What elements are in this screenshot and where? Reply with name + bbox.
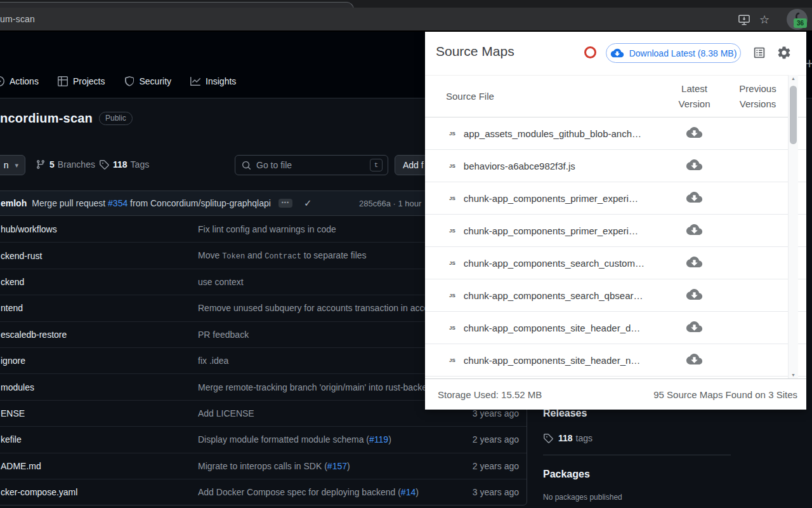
play-circle-icon [0,76,4,86]
file-row: kefileDisplay module formatted module sc… [0,426,527,452]
message-text: Migrate to interops calls in SDK ( [198,461,327,471]
tags-link[interactable]: 118 Tags [99,159,149,170]
tab-projects[interactable]: Projects [58,72,105,91]
screen: + Actions Projects Security Insights [0,0,812,508]
issue-link[interactable]: #157 [327,461,347,471]
commit-author[interactable]: emloh [1,198,27,208]
file-name[interactable]: modules [1,382,198,392]
tab-actions-label: Actions [10,76,39,86]
commit-message[interactable]: Fix lint config and warnings in code [198,224,453,234]
install-app-icon[interactable] [738,14,750,28]
tags-summary-link[interactable]: 118 tags [543,433,731,443]
go-to-file-input[interactable] [256,160,370,170]
issue-link[interactable]: #14 [401,487,416,497]
js-file-icon: JS [449,325,455,331]
source-file-cell: JSchunk-app_components_site_header_d… [425,323,661,333]
scrollbar-up-arrow[interactable]: ▲ [789,76,798,81]
branch-selector-button[interactable]: n ▾ [0,155,25,175]
file-name[interactable]: cker-compose.yaml [1,487,198,497]
tags-label: Tags [131,159,150,170]
pr-link[interactable]: #354 [108,198,128,208]
commit-message[interactable]: PR feedback [198,330,453,340]
commit-message[interactable]: Add LICENSE [198,408,453,418]
commit-message[interactable]: Add Docker Compose spec for deploying ba… [198,487,453,497]
visibility-badge: Public [99,112,133,125]
record-circle-icon[interactable] [584,46,596,58]
download-icon[interactable] [686,126,703,139]
source-file-name: chunk-app_components_primer_experi… [464,193,638,204]
message-text: Add Docker Compose spec for deploying ba… [198,487,401,497]
branches-link[interactable]: 5 Branches [36,159,95,170]
download-icon[interactable] [686,255,703,269]
file-name[interactable]: hub/workflows [1,224,198,234]
packages-title[interactable]: Packages [543,469,731,480]
file-name[interactable]: ntend [1,303,198,313]
source-file-name: behaviors-a6abce982f3f.js [464,161,575,171]
js-file-icon: JS [449,260,455,266]
report-list-icon[interactable] [752,46,766,62]
message-text: ) [416,487,419,497]
download-icon[interactable] [686,223,703,236]
address-bar-url[interactable]: um-scan [0,14,35,24]
js-file-icon: JS [449,358,455,363]
repo-sidebar: Releases 118 tags Packages No packages p… [543,408,731,502]
commit-message[interactable]: Display module formatted module schema (… [198,434,453,444]
file-name[interactable]: ckend-rust [1,251,198,261]
separator: · [391,199,398,208]
source-maps-popup: Source Maps Download Latest (8.38 MB) So… [425,29,806,410]
commit-message[interactable]: fix .idea [198,356,453,366]
gear-icon[interactable] [776,45,792,63]
download-icon[interactable] [686,158,703,171]
download-icon[interactable] [686,320,703,333]
chevron-down-icon: ▾ [15,161,18,170]
commit-msg-part: Merge pull request [32,198,108,208]
source-file-name: chunk-app_components_site_header_d… [464,323,641,333]
commit-sha-time[interactable]: 285c66a · 1 hour [359,191,421,216]
download-icon[interactable] [686,288,703,301]
source-file-cell: JSchunk-app_components_search_qbsear… [425,290,661,301]
commit-age: 2 years ago [453,434,527,444]
commit-message[interactable]: Merge remote-tracking branch 'origin/mai… [198,382,453,392]
tab-actions[interactable]: Actions [0,72,39,91]
toolbar-divider [0,30,812,32]
commit-message[interactable]: Move Token and Contract to separate file… [198,250,453,261]
download-latest-button[interactable]: Download Latest (8.38 MB) [606,43,741,63]
message-text: to separate files [301,250,367,260]
source-file-cell: JSchunk-app_components_site_header_n… [425,355,661,366]
scrollbar-thumb[interactable] [790,86,797,144]
file-name[interactable]: ckend [1,277,198,287]
checks-status-icon[interactable]: ✓ [304,197,312,209]
go-to-file-search[interactable]: t [235,155,388,175]
scrollbar-down-arrow[interactable]: ▼ [789,373,798,377]
tab-insights[interactable]: Insights [190,72,236,91]
commit-ellipsis-button[interactable]: ••• [278,199,292,208]
file-row: cker-compose.yamlAdd Docker Compose spec… [0,479,527,505]
commit-message[interactable]: Migrate to interops calls in SDK (#157) [198,461,453,471]
file-name[interactable]: kefile [1,434,198,444]
issue-link[interactable]: #119 [369,434,388,444]
js-file-icon: JS [449,228,455,234]
popup-scrollbar: ▲ ▼ [788,75,798,378]
file-name[interactable]: ADME.md [1,461,198,471]
latest-version-cell [661,223,728,239]
source-file-cell: JSchunk-app_components_search_custom… [425,258,661,269]
latest-version-cell [661,255,728,271]
latest-version-cell [661,158,728,174]
file-name[interactable]: ignore [1,356,198,366]
message-text: Remove unused subquery for accounts tran… [198,303,429,313]
commit-message-text[interactable]: Merge pull request #354 from Concordium/… [32,198,271,208]
branch-name: n [4,160,9,170]
file-name[interactable]: ENSE [1,408,198,418]
file-name[interactable]: escaledb-restore [1,330,198,340]
tab-security[interactable]: Security [124,72,172,91]
commit-sha[interactable]: 285c66a [359,199,391,208]
download-icon[interactable] [686,352,703,366]
commit-message[interactable]: use context [198,277,453,287]
source-map-row: JSchunk-app_components_primer_experi… [425,215,806,247]
commit-message[interactable]: Remove unused subquery for accounts tran… [198,303,453,313]
bookmark-star-icon[interactable]: ☆ [759,13,769,27]
source-map-row: JSbehaviors-a6abce982f3f.js [425,150,806,182]
download-icon[interactable] [686,190,703,204]
message-text: PR feedback [198,330,249,340]
tag-icon [99,159,109,170]
